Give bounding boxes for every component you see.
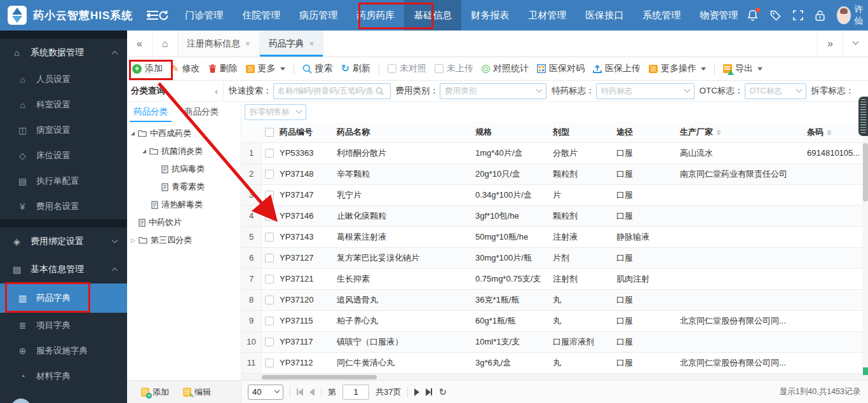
- table-row[interactable]: 11 YP37112 同仁牛黄清心丸 3g*6丸/盒 丸 口服 北京同仁堂股份有…: [241, 353, 868, 374]
- sidebar-item-ward[interactable]: ◫病室设置: [0, 118, 127, 143]
- row-checkbox[interactable]: [265, 275, 274, 283]
- first-page-button[interactable]: [297, 388, 303, 396]
- close-icon[interactable]: ×: [309, 39, 315, 48]
- page-size-select[interactable]: 40: [248, 385, 283, 400]
- tab-trademark-info[interactable]: 注册商标信息×: [178, 31, 260, 57]
- refresh-page-icon[interactable]: [158, 0, 169, 31]
- tree-node-heat-clearing[interactable]: 清热解毒类: [127, 196, 241, 214]
- tree-node-antibacterial[interactable]: 抗菌消炎类: [127, 142, 241, 160]
- row-checkbox[interactable]: [265, 338, 274, 346]
- sidebar-item-project-dictionary[interactable]: ≣项目字典: [0, 313, 127, 338]
- special-drug-select[interactable]: 特药标志: [596, 83, 695, 99]
- tree-node-penicillin[interactable]: 青霉素类: [127, 178, 241, 196]
- tabs-scroll-right-icon[interactable]: »: [817, 31, 843, 57]
- top-nav-item[interactable]: 财务报表: [461, 0, 519, 31]
- home-tab-icon[interactable]: ⌂: [153, 31, 178, 57]
- select-all-checkbox[interactable]: [265, 128, 274, 137]
- sidebar-item-fee-name[interactable]: ¥费用名设置: [0, 194, 127, 219]
- unuploaded-checkbox[interactable]: 未上传: [435, 63, 473, 74]
- sidebar-item-department[interactable]: ⌂科室设置: [0, 92, 127, 118]
- prev-page-button[interactable]: [309, 388, 315, 396]
- sidebar-item-material-dictionary[interactable]: ◔材料字典: [0, 364, 127, 389]
- tab-drug-dictionary[interactable]: 药品字典×: [260, 31, 324, 57]
- sidebar-item-drug-dictionary[interactable]: ▥药品字典: [0, 283, 127, 313]
- sidebar-section-basic-info[interactable]: ▤ 基本信息管理: [0, 256, 127, 283]
- tree-tab-drug-category[interactable]: 药品分类: [133, 106, 168, 122]
- sidebar-item-bed[interactable]: ◇床位设置: [0, 143, 127, 168]
- tree-node-herbal-pieces[interactable]: 中药饮片: [127, 214, 241, 231]
- row-checkbox[interactable]: [265, 170, 274, 179]
- search-button[interactable]: 搜索: [302, 63, 333, 74]
- expanded-triangle-icon[interactable]: [142, 149, 146, 153]
- top-nav-item[interactable]: 门诊管理: [175, 0, 233, 31]
- expanded-triangle-icon[interactable]: [131, 132, 135, 135]
- sidebar-section-system-data[interactable]: ⌂ 系统数据管理: [0, 39, 127, 67]
- row-checkbox[interactable]: [265, 359, 274, 367]
- insurance-code-match-button[interactable]: 医保对码: [537, 63, 585, 74]
- sidebar-toggle-icon[interactable]: [147, 0, 158, 31]
- col-manufacturer[interactable]: 生产厂家: [677, 122, 804, 142]
- top-nav-item[interactable]: 药房药库: [347, 0, 404, 31]
- row-checkbox[interactable]: [265, 212, 274, 221]
- export-button[interactable]: 导出: [723, 63, 763, 74]
- tabs-menu-icon[interactable]: [843, 31, 868, 57]
- row-checkbox[interactable]: [265, 296, 274, 304]
- tree-add-button[interactable]: +添加: [141, 386, 169, 398]
- table-row[interactable]: 9 YP37115 柏子养心丸 60g*1瓶/瓶 丸 口服 北京同仁堂股份有限公…: [241, 311, 868, 332]
- table-row[interactable]: 4 YP37146 止嗽化痰颗粒 3gf*10包/he 颗粒剂 口服: [241, 206, 868, 227]
- sidebar-item-exec-order[interactable]: ▤执行单配置: [0, 168, 127, 194]
- checkbox-icon[interactable]: [388, 64, 397, 73]
- sort-icon[interactable]: [716, 130, 721, 135]
- row-checkbox[interactable]: [265, 191, 274, 200]
- compare-stats-button[interactable]: 对照统计: [482, 63, 529, 74]
- reload-icon[interactable]: ↻: [438, 386, 447, 398]
- top-nav-item[interactable]: 基础信息: [404, 0, 461, 31]
- fullscreen-icon[interactable]: [793, 10, 803, 20]
- fee-type-select[interactable]: 费用类别: [440, 83, 546, 99]
- checkbox-icon[interactable]: [435, 64, 444, 73]
- next-page-button[interactable]: [414, 388, 419, 396]
- insurance-upload-button[interactable]: 医保上传: [593, 63, 641, 74]
- row-checkbox[interactable]: [265, 254, 274, 263]
- tag-icon[interactable]: [770, 10, 781, 21]
- table-row[interactable]: 3 YP37147 乳宁片 0.34g*100片/盒 片 口服: [241, 185, 868, 206]
- edit-button[interactable]: ✎修改: [171, 63, 200, 74]
- notification-bell-icon[interactable]: [747, 10, 758, 21]
- tree-node-antiviral[interactable]: 抗病毒类: [127, 160, 241, 178]
- sort-icon[interactable]: [827, 130, 832, 135]
- table-row[interactable]: 5 YP37143 葛根素注射液 50mg*10瓶/he 注射液 静脉输液: [241, 227, 868, 248]
- row-checkbox[interactable]: [265, 233, 274, 242]
- horizontal-scrollbar[interactable]: [241, 374, 868, 380]
- last-page-button[interactable]: [426, 388, 432, 396]
- more-operations-button[interactable]: 更多操作: [649, 63, 706, 74]
- split-sale-select[interactable]: 拆零销售标: [245, 104, 306, 120]
- row-checkbox[interactable]: [265, 149, 274, 158]
- delete-button[interactable]: 删除: [208, 63, 238, 74]
- add-button[interactable]: +添加: [132, 63, 163, 74]
- tree-node-cw-patent[interactable]: 中西成药类: [127, 125, 241, 142]
- page-number-input[interactable]: [342, 385, 369, 400]
- top-nav-item[interactable]: 卫材管理: [519, 0, 576, 31]
- lock-icon[interactable]: [815, 10, 825, 21]
- quick-search-input[interactable]: [274, 86, 376, 95]
- tabs-scroll-left-icon[interactable]: «: [127, 31, 153, 57]
- sidebar-section-fee-binding[interactable]: ◈ 费用绑定设置: [0, 228, 127, 256]
- table-row[interactable]: 8 YP37120 追风透骨丸 36克*1瓶/瓶 丸 口服: [241, 290, 868, 311]
- table-row[interactable]: 6 YP37127 复方苯巴比妥溴化钠片 30mg*100片/瓶 片剂 口服: [241, 248, 868, 269]
- unmatched-checkbox[interactable]: 未对照: [388, 63, 426, 74]
- collapse-panel-icon[interactable]: ‹: [215, 86, 218, 97]
- sidebar-item-personnel[interactable]: ⌂人员设置: [0, 67, 127, 92]
- top-nav-item[interactable]: 病历管理: [290, 0, 347, 31]
- otc-select[interactable]: OTC标志: [745, 83, 806, 99]
- row-checkbox[interactable]: [265, 317, 274, 325]
- top-nav-item[interactable]: 系统管理: [633, 0, 690, 31]
- table-row[interactable]: 1 YP53363 利培酮分散片 1mg*40片/盒 分散片 口服 高山流水 6…: [241, 143, 868, 164]
- vertical-scrollbar[interactable]: [862, 122, 868, 380]
- tree-edit-button[interactable]: ✎编辑: [183, 386, 211, 398]
- refresh-button[interactable]: ↻刷新: [341, 63, 370, 74]
- user-menu[interactable]: 许仙: [837, 4, 868, 27]
- tree-tab-goods-category[interactable]: 商品分类: [184, 106, 219, 122]
- vertical-scrollbar-thumb[interactable]: [863, 143, 868, 202]
- panel-scrollbar[interactable]: [858, 97, 868, 136]
- top-nav-item[interactable]: 物资管理: [690, 0, 747, 31]
